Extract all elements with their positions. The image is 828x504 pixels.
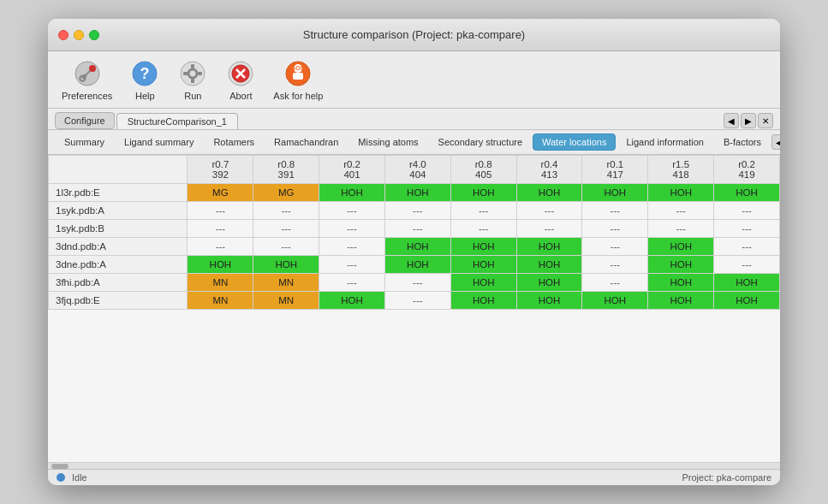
ask-for-help-button[interactable]: SOS Ask for help (273, 58, 323, 101)
content-area: r0.7 392 r0.8 391 r0.2 401 r4.0 404 (48, 155, 780, 462)
data-table: r0.7 392 r0.8 391 r0.2 401 r4.0 404 (48, 155, 780, 310)
svg-rect-19 (293, 73, 303, 80)
col-header-2: r0.2 401 (319, 156, 385, 184)
cell-6-7: HOH (648, 292, 714, 310)
preferences-button[interactable]: Preferences (62, 58, 112, 101)
table-row: 1syk.pdb:B--------------------------- (49, 220, 780, 238)
abort-button[interactable]: Abort (225, 58, 256, 101)
svg-rect-10 (191, 79, 194, 83)
cell-5-6: --- (582, 274, 648, 292)
cell-1-2: --- (319, 202, 385, 220)
ask-for-help-label: Ask for help (273, 91, 323, 101)
horizontal-scrollbar[interactable] (48, 462, 780, 469)
cell-4-0: HOH (188, 256, 253, 274)
cell-2-2: --- (319, 220, 385, 238)
tab-nav-left[interactable]: ◀ (771, 134, 780, 150)
row-label-3: 3dnd.pdb:A (49, 238, 188, 256)
cell-4-3: HOH (384, 256, 450, 274)
cell-0-5: HOH (516, 184, 582, 202)
cell-3-1: --- (253, 238, 319, 256)
tab-rotamers[interactable]: Rotamers (204, 133, 264, 151)
cell-2-8: --- (714, 220, 780, 238)
tab-summary[interactable]: Summary (55, 133, 114, 151)
doc-tab[interactable]: StructureComparison_1 (116, 113, 238, 129)
svg-rect-11 (183, 72, 188, 75)
doc-nav-right[interactable]: ▶ (741, 113, 756, 128)
run-icon (177, 58, 208, 89)
tab-bar-outer: Configure StructureComparison_1 ◀ ▶ ✕ (48, 109, 780, 130)
status-bar: Idle Project: pka-compare (48, 469, 780, 485)
cell-3-8: --- (714, 238, 780, 256)
cell-6-3: --- (384, 292, 450, 310)
window-title: Structure comparison (Project: pka-compa… (303, 28, 525, 41)
col-header-0: r0.7 392 (188, 156, 253, 184)
cell-0-2: HOH (319, 184, 385, 202)
cell-4-5: HOH (516, 256, 582, 274)
tab-water-locations[interactable]: Water locations (533, 133, 616, 151)
cell-6-1: MN (253, 292, 319, 310)
row-label-0: 1l3r.pdb:E (49, 184, 188, 202)
help-icon: ? (129, 58, 160, 89)
cell-2-6: --- (582, 220, 648, 238)
scrollbar-thumb[interactable] (51, 464, 69, 469)
ask-for-help-icon: SOS (283, 58, 313, 89)
minimize-button[interactable] (74, 30, 84, 40)
tab-b-factors[interactable]: B-factors (714, 133, 771, 151)
maximize-button[interactable] (89, 30, 99, 40)
tab-ramachandran[interactable]: Ramachandran (265, 133, 348, 151)
svg-text:SOS: SOS (292, 65, 305, 71)
row-label-6: 3fjq.pdb:E (49, 292, 188, 310)
cell-6-2: HOH (319, 292, 385, 310)
col-header-7: r1.5 418 (648, 156, 714, 184)
cell-5-0: MN (188, 274, 253, 292)
tabs-row: Summary Ligand summary Rotamers Ramachan… (48, 130, 780, 155)
cell-3-5: HOH (516, 238, 582, 256)
col-header-5: r0.4 413 (516, 156, 582, 184)
row-label-5: 3fhi.pdb:A (49, 274, 188, 292)
cell-3-0: --- (188, 238, 253, 256)
cell-6-8: HOH (714, 292, 780, 310)
cell-1-5: --- (516, 202, 582, 220)
preferences-icon (72, 58, 103, 89)
cell-6-6: HOH (582, 292, 648, 310)
cell-5-2: --- (319, 274, 385, 292)
col-header-8: r0.2 419 (714, 156, 780, 184)
tab-secondary-structure[interactable]: Secondary structure (429, 133, 532, 151)
table-row: 3fjq.pdb:EMNMNHOH---HOHHOHHOHHOHHOH (49, 292, 780, 310)
cell-0-7: HOH (648, 184, 714, 202)
help-button[interactable]: ? Help (129, 58, 160, 101)
help-label: Help (135, 91, 155, 101)
row-label-2: 1syk.pdb:B (49, 220, 188, 238)
tab-ligand-summary[interactable]: Ligand summary (115, 133, 203, 151)
cell-3-3: HOH (384, 238, 450, 256)
svg-rect-9 (191, 64, 194, 68)
cell-4-8: --- (714, 256, 780, 274)
run-button[interactable]: Run (177, 58, 208, 101)
cell-4-4: HOH (450, 256, 516, 274)
cell-1-4: --- (450, 202, 516, 220)
configure-button[interactable]: Configure (55, 112, 115, 129)
cell-5-1: MN (253, 274, 319, 292)
cell-2-4: --- (450, 220, 516, 238)
run-label: Run (184, 91, 201, 101)
cell-4-1: HOH (253, 256, 319, 274)
cell-3-2: --- (319, 238, 385, 256)
abort-icon (225, 58, 256, 89)
cell-2-1: --- (253, 220, 319, 238)
cell-4-2: --- (319, 256, 385, 274)
cell-1-1: --- (253, 202, 319, 220)
abort-label: Abort (229, 91, 252, 101)
doc-close[interactable]: ✕ (758, 113, 773, 128)
cell-5-3: --- (384, 274, 450, 292)
doc-nav-arrows: ◀ ▶ ✕ (724, 113, 773, 128)
close-button[interactable] (58, 30, 69, 40)
cell-5-5: HOH (516, 274, 582, 292)
doc-nav-left[interactable]: ◀ (724, 113, 739, 128)
cell-0-6: HOH (582, 184, 648, 202)
tab-missing-atoms[interactable]: Missing atoms (348, 133, 427, 151)
tab-ligand-information[interactable]: Ligand information (617, 133, 713, 151)
cell-5-8: HOH (714, 274, 780, 292)
cell-1-7: --- (648, 202, 714, 220)
col-header-4: r0.8 405 (450, 156, 516, 184)
cell-3-6: --- (582, 238, 648, 256)
